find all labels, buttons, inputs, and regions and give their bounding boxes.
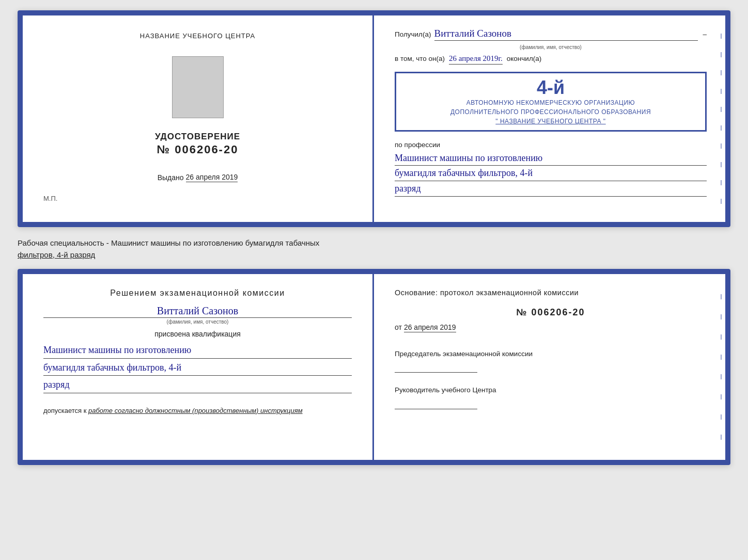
exam-prisvoyena-label: присвоена квалификация — [43, 330, 352, 338]
cert-photo — [172, 56, 224, 118]
cert-okoncil-label: окончил(а) — [507, 55, 541, 62]
exam-left-panel: Решением экзаменационной комиссии Виттал… — [23, 274, 374, 460]
exam-protocol-number: № 006206-20 — [395, 307, 707, 318]
cert-profession-line3: разряд — [395, 181, 707, 197]
caption-line1: Рабочая специальность - Машинист машины … — [18, 238, 319, 247]
cert-recipient-footnote: (фамилия, имя, отчество) — [395, 44, 707, 50]
exam-predsedatel-label: Председатель экзаменационной комиссии — [395, 349, 707, 359]
cert-recipient-name: Витталий Сазонов — [434, 28, 698, 41]
cert-right-panel: Получил(а) Витталий Сазонов – (фамилия, … — [374, 15, 725, 222]
cert-profession-line1: Машинист машины по изготовлению — [395, 151, 707, 166]
right-side-dashes — [717, 21, 725, 217]
exam-name: Витталий Сазонов — [43, 305, 352, 318]
exam-right-panel: Основание: протокол экзаменационной коми… — [374, 274, 725, 460]
cert-recipient-row: Получил(а) Витталий Сазонов – — [395, 28, 707, 41]
cert-profession-line2: бумагидля табачных фильтров, 4-й — [395, 166, 707, 181]
cert-stamp-line1: АВТОНОМНУЮ НЕКОММЕРЧЕСКУЮ ОРГАНИЗАЦИЮ — [402, 98, 699, 107]
exam-heading: Решением экзаменационной комиссии — [43, 289, 352, 298]
cert-left-panel: НАЗВАНИЕ УЧЕБНОГО ЦЕНТРА УДОСТОВЕРЕНИЕ №… — [23, 15, 374, 222]
top-certificate: НАЗВАНИЕ УЧЕБНОГО ЦЕНТРА УДОСТОВЕРЕНИЕ №… — [18, 10, 730, 227]
exam-dopusk-prefix: допускается к — [43, 407, 86, 414]
caption-block: Рабочая специальность - Машинист машины … — [18, 235, 730, 261]
exam-qual-line1: Машинист машины по изготовлению — [43, 342, 352, 359]
exam-right-side-dashes — [717, 279, 725, 455]
cert-issued-date: 26 апреля 2019 — [186, 173, 238, 182]
exam-date-prefix: от — [395, 323, 402, 331]
cert-stamp-block: 4-й АВТОНОМНУЮ НЕКОММЕРЧЕСКУЮ ОРГАНИЗАЦИ… — [395, 72, 707, 132]
exam-dopusk-row: допускается к работе согласно должностны… — [43, 407, 352, 414]
exam-predsedatel-signature — [395, 362, 477, 373]
exam-dopusk-text: работе согласно должностным (производств… — [88, 407, 303, 414]
exam-rukovoditel-label: Руководитель учебного Центра — [395, 385, 707, 395]
caption-line2: фильтров, 4-й разряд — [18, 250, 95, 259]
exam-qual-line3: разряд — [43, 377, 352, 393]
cert-date-prefix: в том, что он(а) — [395, 55, 445, 62]
cert-stamp-line3: " НАЗВАНИЕ УЧЕБНОГО ЦЕНТРА " — [402, 117, 699, 126]
cert-stamp-big-text: 4-й — [402, 77, 699, 98]
cert-title: УДОСТОВЕРЕНИЕ — [155, 132, 240, 142]
cert-stamp-line2: ДОПОЛНИТЕЛЬНОГО ПРОФЕССИОНАЛЬНОГО ОБРАЗО… — [402, 107, 699, 117]
cert-issued-row: Выдано 26 апреля 2019 — [158, 173, 238, 182]
cert-mp-label: М.П. — [43, 195, 57, 202]
exam-rukovoditel-signature — [395, 399, 477, 409]
cert-issued-prefix: Выдано — [158, 173, 184, 182]
cert-date-value: 26 апреля 2019г. — [449, 54, 503, 65]
bottom-exam-document: Решением экзаменационной комиссии Виттал… — [18, 269, 730, 465]
exam-qual-line2: бумагидля табачных фильтров, 4-й — [43, 360, 352, 376]
exam-predsedatel-block: Председатель экзаменационной комиссии — [395, 349, 707, 373]
exam-rukovoditel-block: Руководитель учебного Центра — [395, 385, 707, 409]
cert-dash: – — [701, 30, 707, 38]
cert-profession-label: по профессии — [395, 141, 707, 149]
exam-date-value: 26 апреля 2019 — [404, 323, 456, 332]
exam-date-row: от 26 апреля 2019 — [395, 323, 707, 332]
cert-recipient-prefix: Получил(а) — [395, 30, 431, 38]
cert-institution-name: НАЗВАНИЕ УЧЕБНОГО ЦЕНТРА — [140, 32, 255, 40]
cert-date-row: в том, что он(а) 26 апреля 2019г. окончи… — [395, 54, 707, 65]
cert-number: № 006206-20 — [157, 143, 239, 156]
exam-osnov-label: Основание: протокол экзаменационной коми… — [395, 289, 707, 297]
exam-name-footnote: (фамилия, имя, отчество) — [43, 319, 352, 325]
